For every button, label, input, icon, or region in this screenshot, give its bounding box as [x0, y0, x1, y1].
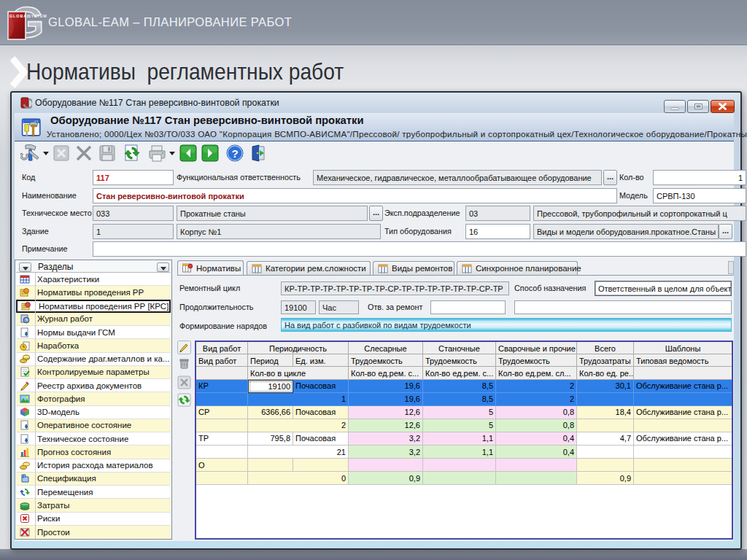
svg-text:SYSTEM: SYSTEM	[28, 14, 47, 18]
svg-text:?: ?	[231, 147, 238, 160]
svg-text:GLOBAL: GLOBAL	[9, 14, 30, 18]
